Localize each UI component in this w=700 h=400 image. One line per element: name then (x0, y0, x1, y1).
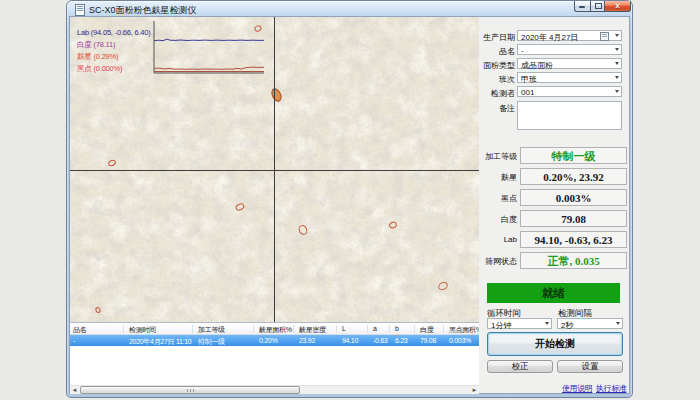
flour-type-label: 面粉类型 (479, 60, 515, 71)
calendar-icon (600, 32, 609, 41)
date-dropdown-arrow-icon[interactable] (615, 34, 619, 37)
bran-value-box: 0.20%, 23.92 (520, 168, 627, 185)
cycle-dropdown-arrow-icon[interactable] (545, 322, 549, 325)
remark-textarea[interactable] (517, 101, 622, 130)
blackspot-label: 黑点 (479, 193, 517, 204)
window-title: SC-X0面粉粉色麸星检测仪 (89, 4, 197, 17)
standard-link[interactable]: 执行标准 (596, 383, 626, 394)
app-icon (75, 4, 85, 16)
history-column-header[interactable]: 白度 (420, 325, 433, 335)
header-separator (443, 325, 444, 333)
product-name-dropdown-arrow-icon[interactable] (615, 48, 619, 51)
production-date-label: 生产日期 (479, 32, 515, 43)
header-separator (389, 325, 390, 333)
inspector-value: 001 (521, 88, 534, 97)
history-cell: - (73, 337, 75, 344)
remark-label: 备注 (479, 103, 515, 114)
header-separator (293, 325, 294, 333)
lab-value-box: 94.10, -0.63, 6.23 (520, 231, 627, 248)
history-cell: 0.003% (449, 337, 471, 344)
sieve-status-label: 筛网状态 (479, 256, 517, 267)
shift-dropdown-arrow-icon[interactable] (615, 76, 619, 79)
product-name-label: 品名 (479, 46, 515, 57)
interval-dropdown-arrow-icon[interactable] (616, 322, 620, 325)
history-selected-row[interactable]: -2020年4月27日 11:10特制一级0.20%23.9294.10-0.6… (70, 335, 479, 346)
product-name-value: - (521, 46, 524, 55)
interval-combo[interactable]: 2秒 (557, 318, 623, 329)
window-content: Lab (94.05, -0.66, 6.40)白度 (78.11)麸星 (0.… (70, 17, 629, 393)
shift-value: 甲班 (521, 74, 537, 85)
overlay-line: 黑点 (0.000%) (77, 64, 122, 74)
scroll-right-arrow-icon[interactable]: ► (470, 386, 479, 394)
production-date-value: 2020年 4月27日 (521, 32, 578, 43)
scrollbar-thumb[interactable] (80, 386, 300, 394)
control-panel: 生产日期 2020年 4月27日 品名 - 面粉类型 成品面粉 班次 甲班 检 (479, 17, 629, 392)
blackspot-value-box: 0.003% (520, 189, 627, 206)
history-column-header[interactable]: 麸星密度 (299, 325, 326, 335)
history-column-header[interactable]: 黑点面积% (449, 325, 482, 335)
flour-type-dropdown-arrow-icon[interactable] (615, 62, 619, 65)
grade-label: 加工等级 (479, 151, 517, 162)
maximize-button[interactable] (590, 1, 605, 12)
scroll-left-arrow-icon[interactable]: ◄ (70, 386, 79, 394)
header-separator (367, 325, 368, 333)
close-icon: x (605, 1, 630, 10)
lab-label: Lab (479, 235, 517, 244)
sample-image-view: Lab (94.05, -0.66, 6.40)白度 (78.11)麸星 (0.… (70, 17, 479, 322)
bran-value: 0.20%, 23.92 (543, 171, 604, 183)
grade-value-box: 特制一级 (520, 147, 627, 164)
title-bar[interactable]: SC-X0面粉粉色麸星检测仪 x (67, 1, 632, 17)
overlay-line: Lab (94.05, -0.66, 6.40) (77, 28, 151, 37)
production-date-field[interactable]: 2020年 4月27日 (517, 30, 622, 41)
grade-value: 特制一级 (552, 150, 596, 162)
shift-label: 班次 (479, 74, 515, 85)
horizontal-scrollbar[interactable]: ◄ ► (70, 385, 479, 394)
lab-value: 94.10, -0.63, 6.23 (535, 234, 613, 246)
history-cell: 特制一级 (198, 337, 225, 347)
history-column-header[interactable]: a (373, 325, 377, 332)
scrollbar-grip-icon (187, 389, 194, 392)
header-separator (336, 325, 337, 333)
cycle-time-combo[interactable]: 1分钟 (487, 318, 552, 329)
flour-type-value: 成品面粉 (521, 60, 553, 71)
bran-label: 麸星 (479, 172, 517, 183)
calibrate-button[interactable]: 校正 (487, 360, 553, 373)
inspector-combo[interactable]: 001 (517, 86, 622, 97)
overlay-line: 白度 (78.11) (77, 40, 115, 50)
flour-type-combo[interactable]: 成品面粉 (517, 58, 622, 69)
settings-button[interactable]: 设置 (557, 360, 623, 373)
close-button[interactable]: x (605, 1, 631, 12)
history-column-header[interactable]: 加工等级 (198, 325, 225, 335)
history-column-header[interactable]: 检测时间 (129, 325, 156, 335)
shift-combo[interactable]: 甲班 (517, 72, 622, 83)
sieve-status-value: 正常, 0.035 (547, 255, 599, 267)
whiteness-value-box: 79.08 (520, 210, 627, 227)
inspector-dropdown-arrow-icon[interactable] (615, 90, 619, 93)
history-column-header[interactable]: 品名 (73, 325, 86, 335)
header-separator (123, 325, 124, 333)
header-separator (192, 325, 193, 333)
history-column-header[interactable]: 麸星面积% (259, 325, 292, 335)
history-column-header[interactable]: L (342, 325, 346, 332)
history-cell: 6.23 (395, 337, 407, 344)
manual-link[interactable]: 使用说明 (562, 383, 592, 394)
start-detection-button[interactable]: 开始检测 (487, 332, 623, 356)
whiteness-value: 79.08 (561, 213, 586, 225)
history-cell: 94.10 (342, 337, 358, 344)
history-cell: -0.63 (373, 337, 387, 344)
ready-status-banner: 就绪 (487, 283, 620, 303)
history-column-header[interactable]: b (395, 325, 399, 332)
overlay-line: 麸星 (0.29%) (77, 52, 118, 62)
blackspot-value: 0.003% (556, 192, 592, 204)
minimize-icon (579, 6, 585, 8)
inspector-label: 检测者 (479, 88, 515, 99)
header-separator (414, 325, 415, 333)
history-list: 品名检测时间加工等级麸星面积%麸星密度Lab白度黑点面积% -2020年4月27… (70, 322, 479, 394)
header-separator (253, 325, 254, 333)
product-name-combo[interactable]: - (517, 44, 622, 55)
history-cell: 2020年4月27日 11:10 (129, 337, 191, 347)
minimize-button[interactable] (574, 1, 590, 12)
interval-value: 2秒 (561, 320, 573, 331)
window-controls: x (574, 1, 631, 12)
history-cell: 0.20% (259, 337, 277, 344)
